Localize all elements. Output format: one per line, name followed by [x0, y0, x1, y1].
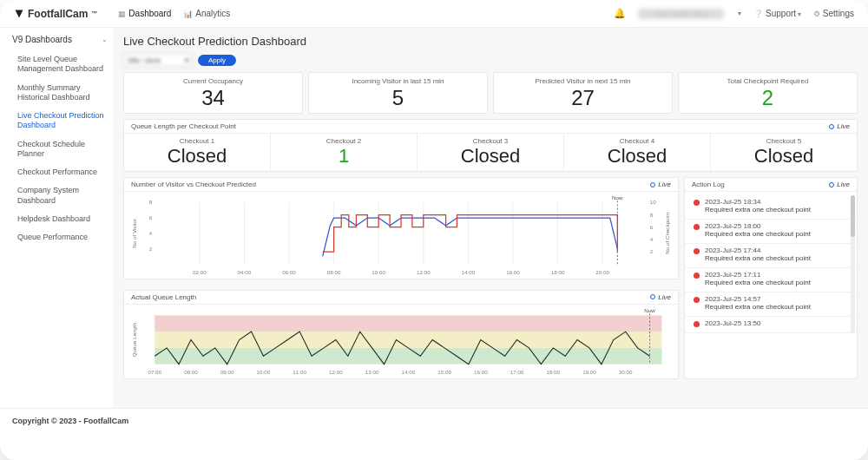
alert-dot-icon — [694, 200, 700, 206]
alert-dot-icon — [694, 224, 700, 230]
chart2-canvas: 07:0008:0009:0010:0011:0012:0013:0014:00… — [129, 308, 673, 377]
svg-text:2: 2 — [650, 248, 654, 254]
gear-icon: ⚙ — [813, 10, 820, 18]
sidebar: V9 Dashboards ⌄ Site Level Queue Managem… — [0, 28, 113, 408]
chart1-title: Number of Visitor vs Checkout Predicted — [131, 181, 256, 188]
footer: Copyright © 2023 - FootfallCam — [0, 408, 868, 432]
alert-dot-icon — [694, 273, 700, 279]
chart-actual-queue: Actual Queue Length Live 07:0008:0009:00… — [123, 290, 679, 379]
kpi-value: 5 — [309, 86, 487, 110]
kpi-value: 27 — [494, 86, 672, 110]
svg-text:8: 8 — [149, 199, 153, 205]
chart-visitor-vs-checkout: Number of Visitor vs Checkout Predicted … — [123, 177, 679, 279]
svg-text:No of Checkpoint: No of Checkpoint — [664, 213, 670, 254]
svg-text:09:00: 09:00 — [220, 369, 234, 375]
sidebar-item[interactable]: Site Level Queue Management Dashboard — [12, 51, 108, 80]
checkout-label: Checkout 5 — [711, 137, 857, 145]
log-time: 2023-Jul-25 17:11 — [705, 271, 811, 279]
svg-text:14:00: 14:00 — [402, 369, 416, 375]
kpi-label: Predicted Visitor in next 15 min — [494, 77, 672, 85]
svg-text:10:00: 10:00 — [372, 269, 385, 275]
kpi-card: Predicted Visitor in next 15 min 27 — [493, 72, 673, 114]
tab-analytics-label: Analytics — [195, 9, 230, 18]
tab-dashboard[interactable]: ▦ Dashboard — [118, 9, 171, 18]
checkout-card: Checkout 4 Closed — [564, 134, 711, 171]
kpi-label: Current Occupancy — [124, 77, 302, 85]
svg-text:8: 8 — [650, 212, 654, 218]
action-log-item: 2023-Jul-25 14:57 Required extra one che… — [685, 292, 857, 317]
kpi-value: 34 — [124, 86, 302, 110]
svg-text:20:00: 20:00 — [595, 269, 609, 275]
sidebar-group-label: V9 Dashboards — [12, 35, 72, 44]
action-log-list: 2023-Jul-25 18:34 Required extra one che… — [685, 192, 857, 337]
live-indicator: Live — [829, 122, 850, 130]
checkout-row: Checkout 1 ClosedCheckout 2 1Checkout 3 … — [124, 134, 857, 171]
log-message: Required extra one checkout point — [705, 279, 811, 286]
checkout-label: Checkout 4 — [564, 137, 710, 145]
controls: Site / store▾ Apply — [123, 53, 858, 67]
log-message: Required extra one checkout point — [705, 303, 811, 311]
sidebar-item[interactable]: Company System Dashboard — [12, 182, 108, 211]
kpi-card: Current Occupancy 34 — [123, 72, 303, 114]
svg-text:6: 6 — [149, 214, 153, 220]
bell-icon[interactable]: 🔔 — [614, 8, 626, 19]
log-message: Required extra one checkout point — [705, 254, 811, 262]
app-frame: FootfallCam™ ▦ Dashboard 📊 Analytics 🔔 u… — [0, 0, 868, 460]
live-indicator: Live — [650, 293, 671, 301]
svg-text:16:00: 16:00 — [506, 269, 520, 275]
svg-text:No of Visitor: No of Visitor — [131, 219, 137, 248]
svg-text:11:00: 11:00 — [293, 369, 306, 375]
sidebar-item[interactable]: Monthly Summary Historical Dashboard — [12, 80, 108, 108]
action-log-title: Action Log — [692, 181, 725, 188]
log-time: 2023-Jul-25 18:34 — [705, 198, 811, 206]
svg-text:4: 4 — [650, 236, 654, 242]
queue-panel-title: Queue Length per Checkout Point — [131, 122, 236, 130]
checkout-value: 1 — [271, 145, 417, 168]
scrollbar-thumb[interactable] — [851, 195, 855, 237]
svg-text:2: 2 — [149, 246, 153, 252]
checkout-value: Closed — [711, 145, 857, 168]
tab-analytics[interactable]: 📊 Analytics — [183, 9, 230, 18]
svg-text:Now: Now — [612, 195, 623, 200]
chevron-down-icon: ⌄ — [102, 36, 108, 43]
kpi-row: Current Occupancy 34Incoming Visitor in … — [123, 72, 858, 114]
apply-button[interactable]: Apply — [198, 55, 236, 66]
chart-icon: 📊 — [183, 10, 193, 18]
kpi-card: Total Checkpoint Required 2 — [678, 72, 858, 114]
body: V9 Dashboards ⌄ Site Level Queue Managem… — [0, 28, 868, 408]
svg-text:19:00: 19:00 — [582, 369, 596, 375]
main: Live Checkout Prediction Dashboard Site … — [113, 28, 868, 408]
brand: FootfallCam™ — [14, 8, 97, 20]
log-time: 2023-Jul-25 17:44 — [705, 246, 811, 254]
sidebar-group-header[interactable]: V9 Dashboards ⌄ — [12, 35, 108, 44]
alert-dot-icon — [694, 297, 700, 303]
svg-text:15:00: 15:00 — [437, 369, 451, 375]
sidebar-item[interactable]: Live Checkout Prediction Dashboard — [12, 108, 108, 136]
kpi-label: Total Checkpoint Required — [679, 77, 857, 85]
svg-text:18:00: 18:00 — [546, 369, 560, 375]
sidebar-item[interactable]: Checkout Schedule Planner — [12, 136, 108, 165]
checkout-label: Checkout 3 — [418, 137, 563, 145]
kpi-label: Incoming Visitor in last 15 min — [309, 77, 487, 85]
sidebar-item[interactable]: Helpdesk Dashboard — [12, 211, 108, 229]
help-icon: ❔ — [753, 10, 763, 18]
sidebar-item[interactable]: Checkout Performance — [12, 164, 108, 182]
svg-text:10: 10 — [650, 199, 656, 205]
svg-text:16:00: 16:00 — [474, 369, 488, 375]
live-indicator: Live — [829, 181, 850, 188]
svg-text:08:00: 08:00 — [184, 369, 198, 375]
topnav: ▦ Dashboard 📊 Analytics — [118, 9, 230, 18]
topright: 🔔 user name here▾ ❔ Support▾ ⚙ Settings — [614, 8, 854, 19]
checkout-card: Checkout 3 Closed — [418, 134, 564, 171]
checkout-card: Checkout 2 1 — [271, 134, 418, 171]
checkout-value: Closed — [124, 145, 270, 168]
sidebar-item[interactable]: Queue Performance — [12, 229, 108, 247]
settings-link[interactable]: ⚙ Settings — [813, 9, 854, 18]
support-link[interactable]: ❔ Support▾ — [753, 9, 801, 18]
site-select[interactable]: Site / store▾ — [123, 53, 193, 67]
svg-text:20:00: 20:00 — [619, 369, 633, 375]
user-menu[interactable]: user name here — [638, 9, 724, 19]
scrollbar[interactable] — [851, 195, 855, 333]
checkout-value: Closed — [564, 145, 710, 168]
checkout-value: Closed — [418, 145, 563, 168]
